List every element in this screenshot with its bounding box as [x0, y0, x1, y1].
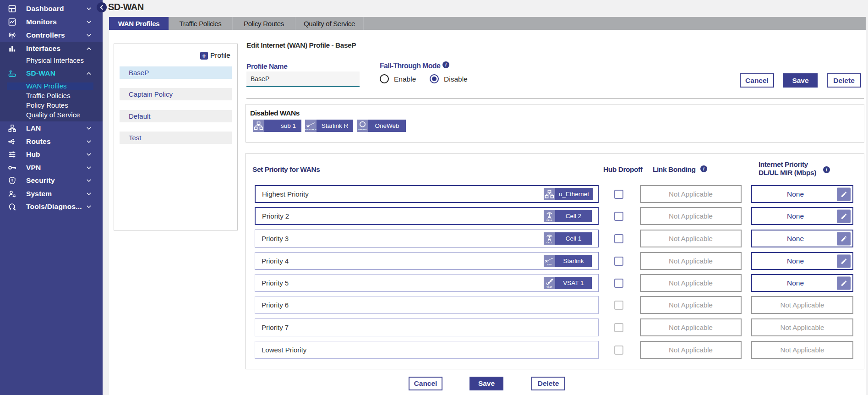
svg-text:LEO: LEO — [547, 263, 551, 266]
svg-text:VSAT: VSAT — [546, 286, 552, 288]
svg-text:CELL: CELL — [546, 241, 552, 244]
svg-text:STARLINK-R: STARLINK-R — [305, 129, 317, 131]
svg-text:ONEWEB: ONEWEB — [358, 129, 367, 131]
svg-text:CELL: CELL — [546, 219, 552, 221]
